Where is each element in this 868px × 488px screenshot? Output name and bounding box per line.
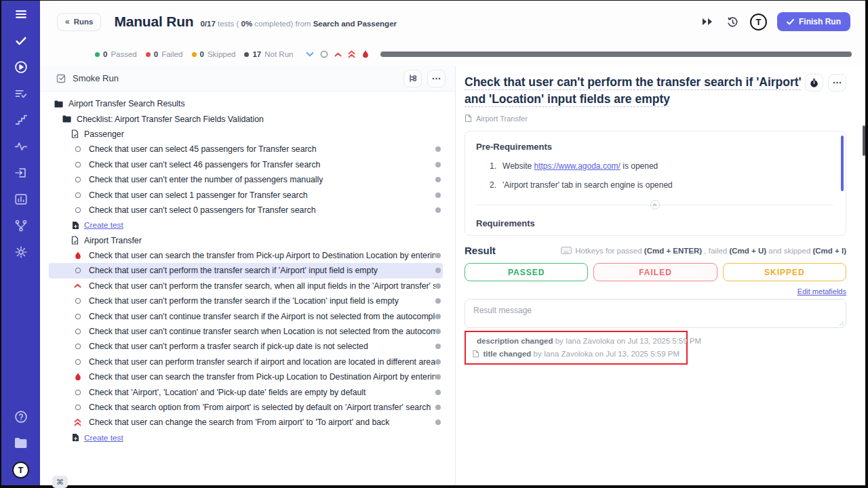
tree-suite[interactable]: Passenger (49, 127, 443, 142)
result-heading: Result (465, 245, 496, 256)
tree-test-row[interactable]: Check that user can select 1 passenger f… (49, 187, 443, 202)
tree-label: Airport Transfer (84, 236, 142, 245)
fast-forward-icon[interactable] (700, 14, 715, 29)
nav-settings[interactable] (7, 239, 35, 265)
create-test-link[interactable]: Create test (49, 430, 443, 445)
tree-test-row[interactable]: Check that user can search the transfer … (49, 369, 443, 384)
tree-test-row[interactable]: Check that user can't perform the transf… (49, 263, 443, 278)
file-plus-icon (72, 221, 79, 230)
main-area: « Runs Manual Run 0/17 tests ( 0% comple… (40, 1, 865, 485)
nav-help[interactable] (7, 403, 35, 430)
file-icon (71, 236, 79, 245)
timer-button[interactable] (805, 74, 823, 92)
section-divider (476, 200, 833, 209)
not-run-status-dot (435, 359, 441, 365)
run-stats: 0/17 tests ( 0% completed) from Search a… (200, 20, 397, 28)
nav-imports[interactable] (7, 159, 35, 186)
file-icon (465, 114, 472, 123)
command-key-shortcut-badge[interactable]: ⌘ (52, 476, 68, 488)
tree-test-row[interactable]: Check that user can perform transfer sea… (49, 354, 443, 369)
circle-icon[interactable] (320, 50, 328, 58)
tree-test-row[interactable]: Check that user can't perform the transf… (49, 293, 443, 308)
tree-folder[interactable]: Airport Transfer Search Results (49, 96, 443, 111)
resize-handle-icon[interactable] (837, 319, 844, 325)
nav-shared-steps[interactable] (7, 80, 35, 106)
edit-metafields-link[interactable]: Edit metafields (797, 287, 846, 296)
change-history-row: title changed by Iana Zavoloka on Jul 13… (473, 350, 679, 358)
tree-label: Check that user can perform transfer sea… (89, 357, 435, 367)
tree-test-row[interactable]: Check that user can't perform a trasfer … (49, 339, 443, 354)
tree-label: Passenger (84, 129, 124, 139)
circle-status-icon (73, 359, 82, 365)
tree-suite[interactable]: Airport Transfer (49, 233, 443, 248)
passed-button[interactable]: PASSED (465, 263, 588, 281)
detail-more-button[interactable] (828, 74, 846, 92)
divider-drag-handle[interactable] (650, 200, 660, 209)
result-message-placeholder: Result message (473, 306, 532, 315)
status-count-not-run: 17Not Run (244, 50, 293, 58)
failed-button[interactable]: FAILED (593, 263, 717, 281)
double-caret-up-icon[interactable] (348, 50, 355, 58)
tree-folder[interactable]: Checklist: Airport Transfer Search Field… (49, 111, 443, 126)
bar-chart-icon (14, 192, 28, 207)
tree-test-row[interactable]: Check that user can't select 46 passenge… (49, 157, 443, 172)
chevron-down-icon[interactable] (306, 52, 314, 57)
tree-label: Check that user can't perform a trasfer … (89, 342, 368, 351)
tree-panel-header: Smoke Run (40, 66, 455, 92)
tree-label: Create test (84, 433, 123, 443)
tree-label: Check that user can't perform the transf… (89, 296, 399, 306)
tree-test-row[interactable]: Check that user can't enter the number o… (49, 172, 443, 187)
run-status-bar: 0Passed 0Failed 0Skipped 17Not Run (40, 43, 865, 66)
user-avatar[interactable]: T (750, 14, 767, 30)
nav-integrations[interactable] (7, 212, 35, 239)
window-scrollbar-thumb[interactable] (863, 125, 865, 156)
tree-test-row[interactable]: Check that 'Airport', 'Location' and 'Pi… (49, 384, 443, 399)
nav-menu[interactable] (7, 1, 35, 27)
circle-status-icon (73, 176, 82, 183)
nav-activity[interactable] (7, 133, 35, 159)
caret-up-icon[interactable] (334, 52, 342, 57)
suite-tag[interactable]: Airport Transfer (465, 114, 846, 123)
nav-test-runs[interactable] (7, 54, 35, 80)
tree-test-row[interactable]: Check that user can't select 0 passenger… (49, 203, 443, 218)
sidebar-avatar[interactable]: T (12, 462, 29, 479)
avatar-letter: T (756, 17, 762, 27)
skipped-button[interactable]: SKIPPED (723, 263, 846, 281)
nav-projects[interactable] (7, 430, 35, 456)
test-title[interactable]: Check that user can't perform the transf… (465, 74, 805, 108)
flame-icon[interactable] (361, 49, 370, 59)
finish-run-button[interactable]: Finish Run (777, 12, 850, 31)
tree-label: Check that user can't continue transfer … (89, 327, 435, 336)
tree-test-row[interactable]: Check that user can select 45 passengers… (49, 142, 443, 157)
tree-label: Check that user can't select 0 passenger… (89, 205, 316, 215)
pre-requirement-item: 1.Website https://www.agoda.com/ is open… (476, 161, 833, 171)
tree-view-toggle-button[interactable] (403, 70, 422, 87)
tree-label: Airport Transfer Search Results (68, 99, 185, 108)
tree-test-row[interactable]: Check that search option from 'From airp… (49, 400, 443, 415)
tree-test-row[interactable]: Check that user can change the search fr… (49, 415, 443, 430)
status-dot-icon (146, 52, 151, 57)
tree-test-row[interactable]: Check that user can't continue transfer … (49, 308, 443, 323)
create-test-link[interactable]: Create test (49, 218, 443, 232)
timer-history-icon[interactable] (725, 14, 740, 29)
tree-test-row[interactable]: Check that user can't continue transfer … (49, 324, 443, 339)
circle-status-icon (73, 161, 82, 168)
nav-reports[interactable] (7, 186, 35, 212)
not-run-status-dot (435, 420, 441, 425)
prereq-link[interactable]: https://www.agoda.com/ (534, 161, 620, 171)
result-message-input[interactable]: Result message (465, 299, 846, 328)
card-scrollbar-thumb[interactable] (841, 136, 844, 191)
not-run-status-dot (435, 374, 441, 380)
tree-label: Check that user can't enter the number o… (89, 175, 323, 184)
tree-label: Checklist: Airport Transfer Search Field… (77, 115, 264, 124)
nav-milestones[interactable] (7, 106, 35, 133)
nav-test-cases[interactable] (7, 27, 35, 54)
tree-test-row[interactable]: Check that user can search the transfer … (49, 248, 443, 263)
back-to-runs-button[interactable]: « Runs (57, 13, 101, 31)
check-icon (14, 33, 28, 48)
tree-more-button[interactable] (427, 70, 446, 87)
tree-test-row[interactable]: Check that user can't perform the transf… (49, 279, 443, 293)
case-description-card[interactable]: Pre-Requirements 1.Website https://www.a… (465, 131, 846, 236)
test-tree-panel: Smoke Run Airport Transfer Search Result… (40, 66, 456, 485)
run-header: « Runs Manual Run 0/17 tests ( 0% comple… (40, 1, 865, 43)
